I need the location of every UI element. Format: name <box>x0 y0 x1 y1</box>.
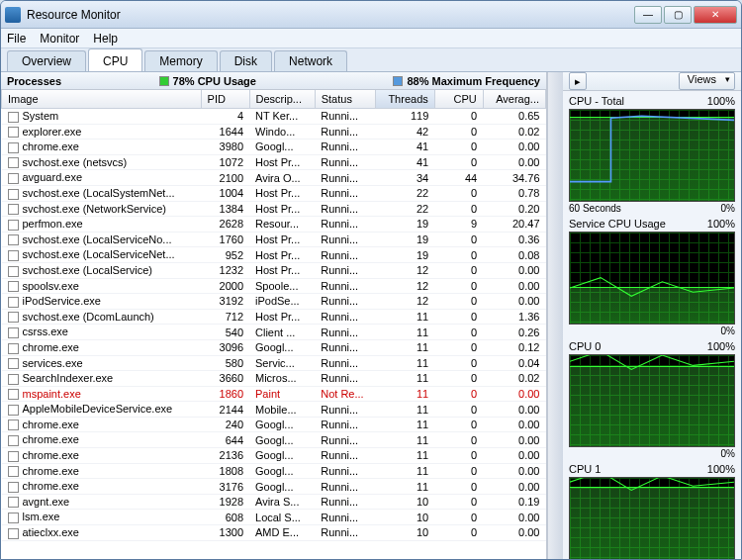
row-checkbox[interactable] <box>8 234 19 245</box>
process-table-wrap[interactable]: ImagePIDDescrip...StatusThreadsCPUAverag… <box>1 90 546 559</box>
processes-header[interactable]: Processes 78% CPU Usage 88% Maximum Freq… <box>1 72 546 90</box>
vertical-scrollbar[interactable] <box>547 72 563 559</box>
row-checkbox[interactable] <box>8 466 19 477</box>
table-row[interactable]: svchost.exe (LocalServiceNo...1760Host P… <box>2 232 546 247</box>
cell: AMD E... <box>249 525 315 541</box>
row-checkbox[interactable] <box>8 173 19 184</box>
row-checkbox[interactable] <box>8 220 19 231</box>
table-row[interactable]: mspaint.exe1860PaintNot Re...1100.00 <box>2 386 546 402</box>
row-checkbox[interactable] <box>8 389 19 400</box>
minimize-button[interactable]: — <box>634 6 662 24</box>
maximize-button[interactable]: ▢ <box>664 6 692 24</box>
table-row[interactable]: chrome.exe644Googl...Runni...1100.00 <box>2 432 546 448</box>
menu-file[interactable]: File <box>7 32 26 46</box>
window-title: Resource Monitor <box>27 8 634 22</box>
row-checkbox[interactable] <box>8 513 19 523</box>
table-row[interactable]: iPodService.exe3192iPodSe...Runni...1200… <box>2 294 546 310</box>
row-checkbox[interactable] <box>8 327 19 338</box>
table-row[interactable]: svchost.exe (DcomLaunch)712Host Pr...Run… <box>2 309 546 325</box>
row-checkbox[interactable] <box>8 189 19 200</box>
row-checkbox[interactable] <box>8 250 19 261</box>
chart-pct: 100% <box>707 463 735 475</box>
cell: 0.26 <box>483 325 545 340</box>
cell: 0.00 <box>483 479 545 495</box>
row-checkbox[interactable] <box>8 112 19 123</box>
table-row[interactable]: chrome.exe3176Googl...Runni...1100.00 <box>2 479 546 495</box>
row-checkbox[interactable] <box>8 157 19 168</box>
cell: chrome.exe <box>2 417 202 432</box>
column-header[interactable]: PID <box>201 90 249 109</box>
row-checkbox[interactable] <box>8 435 19 446</box>
tab-overview[interactable]: Overview <box>7 50 86 71</box>
row-checkbox[interactable] <box>8 405 19 416</box>
views-dropdown[interactable]: Views <box>679 72 735 90</box>
cell: iPodService.exe <box>2 294 202 310</box>
row-checkbox[interactable] <box>8 374 19 385</box>
table-row[interactable]: chrome.exe2136Googl...Runni...1100.00 <box>2 448 546 464</box>
table-row[interactable]: avgnt.exe1928Avira S...Runni...1000.19 <box>2 494 546 510</box>
menu-help[interactable]: Help <box>93 32 118 46</box>
column-header[interactable]: Descrip... <box>249 90 315 109</box>
table-row[interactable]: svchost.exe (LocalServiceNet...952Host P… <box>2 247 546 263</box>
column-header[interactable]: Status <box>315 90 376 109</box>
tab-disk[interactable]: Disk <box>220 50 272 71</box>
cell: 11 <box>376 432 434 448</box>
cell: Googl... <box>249 339 315 355</box>
cell: 11 <box>376 402 434 418</box>
chart-foot-right: 0% <box>721 448 735 459</box>
table-row[interactable]: avguard.exe2100Avira O...Runni...344434.… <box>2 170 546 186</box>
charts-header: ▸ Views <box>563 72 741 91</box>
column-header[interactable]: Image <box>2 90 202 109</box>
table-row[interactable]: svchost.exe (netsvcs)1072Host Pr...Runni… <box>2 154 546 170</box>
table-row[interactable]: lsm.exe608Local S...Runni...1000.00 <box>2 510 546 525</box>
row-checkbox[interactable] <box>8 358 19 369</box>
chart-foot-right: 0% <box>721 203 735 214</box>
table-row[interactable]: chrome.exe3096Googl...Runni...1100.12 <box>2 339 546 355</box>
table-row[interactable]: chrome.exe1808Googl...Runni...1100.00 <box>2 463 546 479</box>
tab-memory[interactable]: Memory <box>144 50 217 71</box>
table-row[interactable]: atieclxx.exe1300AMD E...Runni...1000.00 <box>2 525 546 541</box>
cell: 42 <box>376 124 434 140</box>
row-checkbox[interactable] <box>8 451 19 462</box>
close-button[interactable]: ✕ <box>694 6 737 24</box>
row-checkbox[interactable] <box>8 343 19 354</box>
cell: chrome.exe <box>2 463 202 479</box>
menu-monitor[interactable]: Monitor <box>40 32 79 46</box>
column-header[interactable]: Averag... <box>483 90 545 109</box>
row-checkbox[interactable] <box>8 312 19 323</box>
table-row[interactable]: SearchIndexer.exe3660Micros...Runni...11… <box>2 371 546 387</box>
table-row[interactable]: explorer.exe1644Windo...Runni...4200.02 <box>2 124 546 140</box>
table-row[interactable]: chrome.exe3980Googl...Runni...4100.00 <box>2 140 546 155</box>
cell: 0 <box>434 402 483 418</box>
row-checkbox[interactable] <box>8 420 19 430</box>
row-checkbox[interactable] <box>8 266 19 277</box>
row-checkbox[interactable] <box>8 297 19 308</box>
table-row[interactable]: services.exe580Servic...Runni...1100.04 <box>2 355 546 371</box>
row-checkbox[interactable] <box>8 528 19 539</box>
cell: 1232 <box>201 262 249 278</box>
table-row[interactable]: chrome.exe240Googl...Runni...1100.00 <box>2 417 546 432</box>
table-row[interactable]: svchost.exe (LocalService)1232Host Pr...… <box>2 262 546 278</box>
table-row[interactable]: csrss.exe540Client ...Runni...1100.26 <box>2 325 546 340</box>
table-row[interactable]: svchost.exe (LocalSystemNet...1004Host P… <box>2 185 546 201</box>
table-row[interactable]: System4NT Ker...Runni...11900.65 <box>2 109 546 125</box>
row-checkbox[interactable] <box>8 127 19 138</box>
cell: 0.00 <box>483 525 545 541</box>
table-row[interactable]: svchost.exe (NetworkService)1384Host Pr.… <box>2 201 546 217</box>
column-header[interactable]: Threads <box>376 90 434 109</box>
column-header[interactable]: CPU <box>434 90 483 109</box>
row-checkbox[interactable] <box>8 281 19 292</box>
collapse-charts-button[interactable]: ▸ <box>569 72 587 90</box>
table-row[interactable]: perfmon.exe2628Resour...Runni...19920.47 <box>2 217 546 233</box>
table-row[interactable]: AppleMobileDeviceService.exe2144Mobile..… <box>2 402 546 418</box>
chart-title: CPU - Total <box>569 95 624 107</box>
row-checkbox[interactable] <box>8 204 19 215</box>
row-checkbox[interactable] <box>8 142 19 153</box>
cell: 0 <box>434 463 483 479</box>
cell: 0.08 <box>483 247 545 263</box>
row-checkbox[interactable] <box>8 482 19 493</box>
tab-network[interactable]: Network <box>274 50 347 71</box>
tab-cpu[interactable]: CPU <box>88 48 142 71</box>
row-checkbox[interactable] <box>8 497 19 508</box>
table-row[interactable]: spoolsv.exe2000Spoole...Runni...1200.00 <box>2 278 546 294</box>
